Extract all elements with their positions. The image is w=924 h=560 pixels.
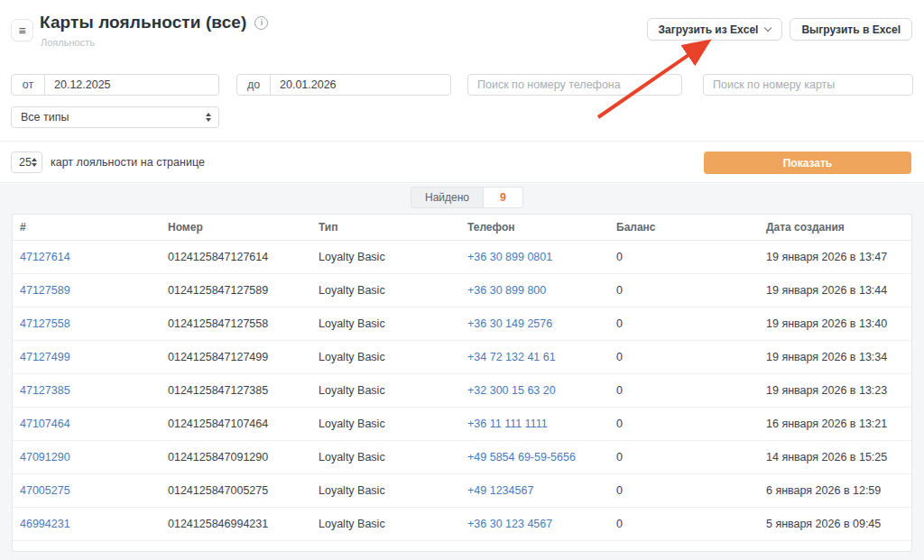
phone-link[interactable]: +36 30 899 0801	[467, 251, 552, 263]
created-date-cell: 6 января 2026 в 12:59	[759, 473, 911, 507]
per-page-row: 25 карт лояльности на странице	[11, 151, 205, 173]
info-icon[interactable]: i	[254, 16, 268, 30]
date-to-input[interactable]	[271, 75, 450, 95]
balance-cell: 0	[609, 473, 759, 507]
chevron-down-icon	[764, 24, 772, 32]
show-button[interactable]: Показать	[704, 151, 911, 174]
found-label: Найдено	[411, 188, 484, 207]
balance-cell: 0	[609, 240, 759, 273]
per-page-select[interactable]: 25	[11, 151, 42, 173]
type-filter-value: Все типы	[21, 111, 69, 124]
table-header: # Номер Тип Телефон Баланс Дата создания	[13, 215, 911, 240]
menu-button[interactable]: ≡	[11, 19, 33, 41]
upload-excel-button[interactable]: Загрузить из Excel	[647, 18, 783, 41]
card-number-cell: 0124125847127558	[161, 307, 311, 340]
balance-cell: 0	[609, 340, 759, 373]
card-number-cell: 0124125846994231	[161, 507, 311, 540]
phone-link[interactable]: +34 72 132 41 61	[467, 351, 556, 363]
created-date-cell: 14 января 2026 в 15:25	[759, 440, 911, 473]
card-type-cell: Loyalty Basic	[311, 307, 460, 340]
card-number-cell: 0124125847005275	[161, 473, 311, 507]
card-type-cell: Loyalty Basic	[311, 407, 460, 440]
export-excel-label: Выгрузить в Excel	[801, 23, 901, 36]
phone-link[interactable]: +36 30 899 800	[467, 284, 546, 297]
col-header-type: Тип	[311, 215, 460, 240]
table-row: 47091290 0124125847091290 Loyalty Basic …	[13, 440, 911, 473]
card-type-cell: Loyalty Basic	[311, 507, 460, 540]
found-badge: Найдено 9	[411, 187, 523, 208]
per-page-value: 25	[19, 156, 32, 169]
date-to-label: до	[237, 75, 271, 95]
loyalty-cards-table: # Номер Тип Телефон Баланс Дата создания…	[13, 215, 911, 541]
updown-arrows-icon	[206, 113, 211, 122]
table-row: 47127385 0124125847127385 Loyalty Basic …	[13, 373, 911, 407]
card-type-cell: Loyalty Basic	[311, 273, 460, 307]
card-type-cell: Loyalty Basic	[311, 473, 460, 507]
card-id-link[interactable]: 47127589	[20, 284, 70, 297]
table-row: 47127589 0124125847127589 Loyalty Basic …	[13, 273, 911, 307]
table-row: 47005275 0124125847005275 Loyalty Basic …	[13, 473, 911, 507]
export-excel-button[interactable]: Выгрузить в Excel	[790, 18, 912, 41]
phone-link[interactable]: +36 30 123 4567	[467, 518, 552, 530]
date-from-input[interactable]	[45, 75, 218, 95]
breadcrumb: Лояльность	[41, 37, 95, 48]
created-date-cell: 19 января 2026 в 13:40	[759, 307, 911, 340]
card-number-cell: 0124125847127589	[161, 273, 311, 307]
title-row: Карты лояльности (все) i	[40, 13, 268, 32]
col-header-phone: Телефон	[460, 215, 609, 240]
table-row: 46994231 0124125846994231 Loyalty Basic …	[13, 507, 911, 540]
phone-link[interactable]: +49 5854 69-59-5656	[467, 451, 576, 464]
card-id-link[interactable]: 46994231	[20, 518, 70, 530]
card-id-link[interactable]: 47005275	[20, 484, 70, 497]
card-id-link[interactable]: 47091290	[20, 451, 70, 464]
card-id-link[interactable]: 47127385	[20, 384, 70, 397]
card-type-cell: Loyalty Basic	[311, 440, 460, 473]
balance-cell: 0	[609, 407, 759, 440]
date-from-group: от	[11, 74, 219, 96]
updown-arrows-icon	[32, 158, 37, 167]
card-number-cell: 0124125847127499	[161, 340, 311, 373]
balance-cell: 0	[609, 307, 759, 340]
top-buttons: Загрузить из Excel Выгрузить в Excel	[647, 18, 912, 41]
page-title: Карты лояльности (все)	[40, 13, 246, 32]
col-header-number: Номер	[161, 215, 311, 240]
table-row: 47107464 0124125847107464 Loyalty Basic …	[13, 407, 911, 440]
card-id-link[interactable]: 47107464	[20, 418, 70, 430]
upload-excel-label: Загрузить из Excel	[659, 23, 759, 36]
phone-link[interactable]: +49 1234567	[467, 484, 533, 497]
hamburger-icon: ≡	[18, 23, 25, 38]
date-from-label: от	[12, 75, 45, 95]
phone-link[interactable]: +36 11 111 1111	[467, 418, 548, 430]
results-section: Найдено 9 # Номер Тип Телефон Баланс Дат…	[0, 184, 924, 560]
phone-search-input[interactable]	[468, 75, 681, 95]
found-count: 9	[484, 188, 522, 207]
created-date-cell: 19 января 2026 в 13:44	[759, 273, 911, 307]
table-body: 47127614 0124125847127614 Loyalty Basic …	[13, 240, 911, 540]
phone-link[interactable]: +32 300 15 63 20	[467, 384, 556, 397]
per-page-label: карт лояльности на странице	[51, 156, 205, 169]
card-type-cell: Loyalty Basic	[311, 240, 460, 273]
col-header-id: #	[13, 215, 161, 240]
balance-cell: 0	[609, 273, 759, 307]
table-row: 47127558 0124125847127558 Loyalty Basic …	[13, 307, 911, 340]
card-id-link[interactable]: 47127499	[20, 351, 70, 363]
col-header-created: Дата создания	[759, 215, 911, 240]
filter-divider	[0, 141, 924, 142]
balance-cell: 0	[609, 440, 759, 473]
col-header-balance: Баланс	[609, 215, 759, 240]
toolbar-section: ≡ Карты лояльности (все) i Лояльность За…	[0, 0, 924, 183]
type-filter-select[interactable]: Все типы	[11, 106, 219, 128]
phone-link[interactable]: +36 30 149 2576	[467, 317, 552, 330]
table-card: # Номер Тип Телефон Баланс Дата создания…	[12, 214, 912, 552]
card-id-link[interactable]: 47127558	[20, 317, 70, 330]
date-to-group: до	[236, 74, 451, 96]
balance-cell: 0	[609, 507, 759, 540]
card-id-link[interactable]: 47127614	[20, 251, 70, 263]
table-row: 47127499 0124125847127499 Loyalty Basic …	[13, 340, 911, 373]
created-date-cell: 19 января 2026 в 13:23	[759, 373, 911, 407]
card-number-cell: 0124125847091290	[161, 440, 311, 473]
created-date-cell: 5 января 2026 в 09:45	[759, 507, 911, 540]
card-search-group	[703, 74, 913, 96]
card-search-input[interactable]	[704, 75, 912, 95]
card-type-cell: Loyalty Basic	[311, 340, 460, 373]
